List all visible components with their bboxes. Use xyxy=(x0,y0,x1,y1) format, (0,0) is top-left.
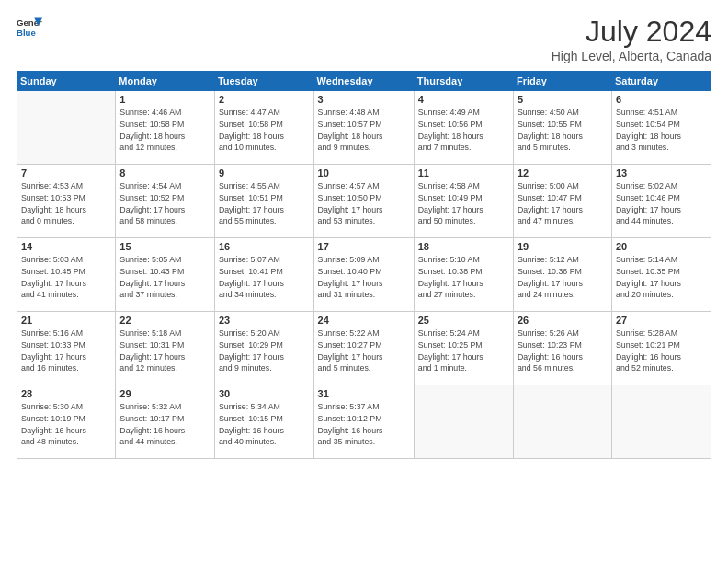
calendar-cell: 1Sunrise: 4:46 AMSunset: 10:58 PMDayligh… xyxy=(116,91,215,165)
day-number: 18 xyxy=(418,241,509,252)
day-number: 5 xyxy=(518,94,608,105)
calendar-cell: 27Sunrise: 5:28 AMSunset: 10:21 PMDaylig… xyxy=(611,312,711,385)
location: High Level, Alberta, Canada xyxy=(552,49,711,63)
calendar-cell: 18Sunrise: 5:10 AMSunset: 10:38 PMDaylig… xyxy=(414,238,513,312)
day-number: 31 xyxy=(318,388,410,399)
day-info: Sunrise: 5:03 AMSunset: 10:45 PMDaylight… xyxy=(21,254,111,301)
day-number: 24 xyxy=(318,315,410,326)
day-info: Sunrise: 4:51 AMSunset: 10:54 PMDaylight… xyxy=(616,107,707,154)
calendar-header-row: Sunday Monday Tuesday Wednesday Thursday… xyxy=(17,72,711,91)
calendar-cell: 25Sunrise: 5:24 AMSunset: 10:25 PMDaylig… xyxy=(414,312,513,385)
calendar: Sunday Monday Tuesday Wednesday Thursday… xyxy=(17,71,711,459)
day-info: Sunrise: 4:48 AMSunset: 10:57 PMDaylight… xyxy=(318,107,410,154)
day-info: Sunrise: 5:14 AMSunset: 10:35 PMDaylight… xyxy=(616,254,707,301)
calendar-cell: 29Sunrise: 5:32 AMSunset: 10:17 PMDaylig… xyxy=(116,385,215,459)
calendar-cell xyxy=(17,91,116,165)
day-number: 8 xyxy=(119,167,210,178)
calendar-cell: 14Sunrise: 5:03 AMSunset: 10:45 PMDaylig… xyxy=(17,238,116,312)
calendar-cell: 24Sunrise: 5:22 AMSunset: 10:27 PMDaylig… xyxy=(313,312,414,385)
calendar-cell: 31Sunrise: 5:37 AMSunset: 10:12 PMDaylig… xyxy=(313,385,414,459)
day-number: 25 xyxy=(418,315,509,326)
day-number: 7 xyxy=(21,167,111,178)
month-title: July 2024 xyxy=(552,15,711,49)
day-info: Sunrise: 5:30 AMSunset: 10:19 PMDaylight… xyxy=(21,401,111,448)
day-info: Sunrise: 5:10 AMSunset: 10:38 PMDaylight… xyxy=(418,254,509,301)
day-number: 12 xyxy=(518,167,608,178)
day-info: Sunrise: 5:20 AMSunset: 10:29 PMDaylight… xyxy=(219,327,310,374)
day-number: 13 xyxy=(616,167,707,178)
day-number: 1 xyxy=(119,94,210,105)
calendar-cell: 17Sunrise: 5:09 AMSunset: 10:40 PMDaylig… xyxy=(313,238,414,312)
calendar-cell: 6Sunrise: 4:51 AMSunset: 10:54 PMDayligh… xyxy=(611,91,711,165)
day-info: Sunrise: 5:16 AMSunset: 10:33 PMDaylight… xyxy=(21,327,111,374)
day-number: 4 xyxy=(418,94,509,105)
day-number: 20 xyxy=(616,241,707,252)
calendar-cell: 28Sunrise: 5:30 AMSunset: 10:19 PMDaylig… xyxy=(17,385,116,459)
calendar-cell: 23Sunrise: 5:20 AMSunset: 10:29 PMDaylig… xyxy=(214,312,313,385)
calendar-cell: 8Sunrise: 4:54 AMSunset: 10:52 PMDayligh… xyxy=(116,165,215,238)
page: General Blue July 2024 High Level, Alber… xyxy=(0,0,728,563)
day-number: 9 xyxy=(219,167,310,178)
col-thursday: Thursday xyxy=(414,72,513,91)
day-info: Sunrise: 5:09 AMSunset: 10:40 PMDaylight… xyxy=(318,254,410,301)
calendar-cell: 7Sunrise: 4:53 AMSunset: 10:53 PMDayligh… xyxy=(17,165,116,238)
day-info: Sunrise: 4:58 AMSunset: 10:49 PMDaylight… xyxy=(418,180,509,227)
svg-text:Blue: Blue xyxy=(17,28,36,38)
day-info: Sunrise: 4:55 AMSunset: 10:51 PMDaylight… xyxy=(219,180,310,227)
day-info: Sunrise: 4:46 AMSunset: 10:58 PMDaylight… xyxy=(119,107,210,154)
day-info: Sunrise: 4:57 AMSunset: 10:50 PMDaylight… xyxy=(318,180,410,227)
calendar-week-1: 1Sunrise: 4:46 AMSunset: 10:58 PMDayligh… xyxy=(17,91,711,165)
day-number: 19 xyxy=(518,241,608,252)
calendar-week-2: 7Sunrise: 4:53 AMSunset: 10:53 PMDayligh… xyxy=(17,165,711,238)
col-saturday: Saturday xyxy=(611,72,711,91)
logo: General Blue xyxy=(17,15,42,40)
header: General Blue July 2024 High Level, Alber… xyxy=(17,15,711,63)
day-number: 29 xyxy=(119,388,210,399)
calendar-cell: 11Sunrise: 4:58 AMSunset: 10:49 PMDaylig… xyxy=(414,165,513,238)
calendar-cell: 2Sunrise: 4:47 AMSunset: 10:58 PMDayligh… xyxy=(214,91,313,165)
calendar-cell: 10Sunrise: 4:57 AMSunset: 10:50 PMDaylig… xyxy=(313,165,414,238)
day-number: 27 xyxy=(616,315,707,326)
day-info: Sunrise: 5:32 AMSunset: 10:17 PMDaylight… xyxy=(119,401,210,448)
calendar-week-3: 14Sunrise: 5:03 AMSunset: 10:45 PMDaylig… xyxy=(17,238,711,312)
day-number: 11 xyxy=(418,167,509,178)
day-info: Sunrise: 5:18 AMSunset: 10:31 PMDaylight… xyxy=(119,327,210,374)
day-info: Sunrise: 5:34 AMSunset: 10:15 PMDaylight… xyxy=(219,401,310,448)
calendar-cell xyxy=(414,385,513,459)
calendar-week-4: 21Sunrise: 5:16 AMSunset: 10:33 PMDaylig… xyxy=(17,312,711,385)
calendar-cell: 30Sunrise: 5:34 AMSunset: 10:15 PMDaylig… xyxy=(214,385,313,459)
calendar-week-5: 28Sunrise: 5:30 AMSunset: 10:19 PMDaylig… xyxy=(17,385,711,459)
calendar-cell: 3Sunrise: 4:48 AMSunset: 10:57 PMDayligh… xyxy=(313,91,414,165)
day-number: 30 xyxy=(219,388,310,399)
day-info: Sunrise: 5:12 AMSunset: 10:36 PMDaylight… xyxy=(518,254,608,301)
calendar-cell: 13Sunrise: 5:02 AMSunset: 10:46 PMDaylig… xyxy=(611,165,711,238)
day-info: Sunrise: 5:28 AMSunset: 10:21 PMDaylight… xyxy=(616,327,707,374)
day-number: 17 xyxy=(318,241,410,252)
day-info: Sunrise: 5:02 AMSunset: 10:46 PMDaylight… xyxy=(616,180,707,227)
day-number: 6 xyxy=(616,94,707,105)
day-number: 21 xyxy=(21,315,111,326)
day-number: 16 xyxy=(219,241,310,252)
calendar-cell: 21Sunrise: 5:16 AMSunset: 10:33 PMDaylig… xyxy=(17,312,116,385)
calendar-cell: 15Sunrise: 5:05 AMSunset: 10:43 PMDaylig… xyxy=(116,238,215,312)
calendar-cell: 9Sunrise: 4:55 AMSunset: 10:51 PMDayligh… xyxy=(214,165,313,238)
day-info: Sunrise: 4:50 AMSunset: 10:55 PMDaylight… xyxy=(518,107,608,154)
day-number: 3 xyxy=(318,94,410,105)
calendar-cell xyxy=(611,385,711,459)
day-number: 28 xyxy=(21,388,111,399)
day-info: Sunrise: 5:00 AMSunset: 10:47 PMDaylight… xyxy=(518,180,608,227)
day-number: 26 xyxy=(518,315,608,326)
calendar-cell: 20Sunrise: 5:14 AMSunset: 10:35 PMDaylig… xyxy=(611,238,711,312)
day-number: 22 xyxy=(119,315,210,326)
col-wednesday: Wednesday xyxy=(313,72,414,91)
col-sunday: Sunday xyxy=(17,72,116,91)
day-info: Sunrise: 4:54 AMSunset: 10:52 PMDaylight… xyxy=(119,180,210,227)
title-area: July 2024 High Level, Alberta, Canada xyxy=(552,15,711,63)
calendar-cell xyxy=(513,385,611,459)
col-tuesday: Tuesday xyxy=(214,72,313,91)
logo-icon: General Blue xyxy=(17,15,42,40)
day-info: Sunrise: 5:05 AMSunset: 10:43 PMDaylight… xyxy=(119,254,210,301)
col-monday: Monday xyxy=(116,72,215,91)
day-info: Sunrise: 5:24 AMSunset: 10:25 PMDaylight… xyxy=(418,327,509,374)
day-info: Sunrise: 4:47 AMSunset: 10:58 PMDaylight… xyxy=(219,107,310,154)
